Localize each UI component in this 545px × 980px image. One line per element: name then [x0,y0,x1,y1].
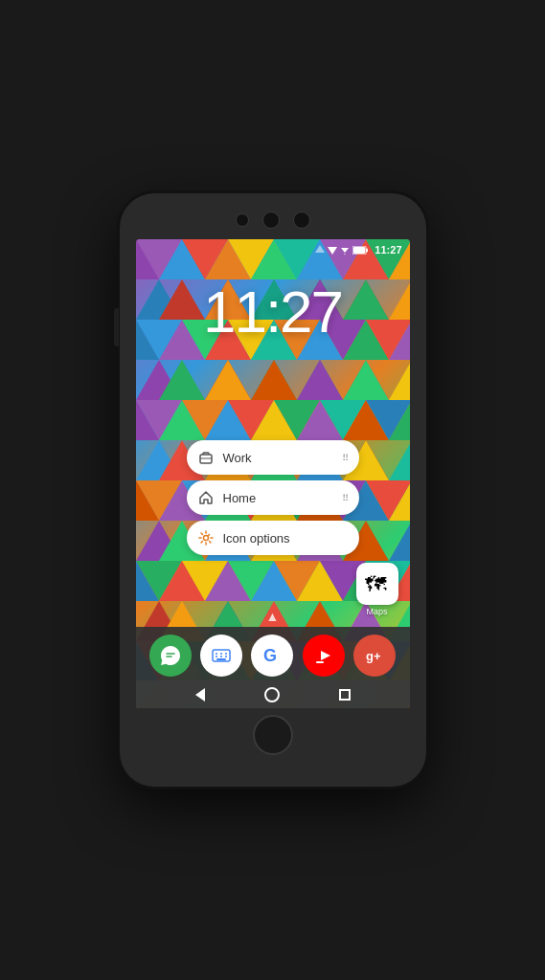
svg-marker-95 [389,521,410,561]
svg-marker-40 [205,360,251,400]
svg-marker-139 [328,247,337,255]
battery-icon [352,246,368,255]
svg-text:g+: g+ [366,649,381,663]
context-menu: Work ⠿ Home ⠿ [187,440,359,555]
recents-button[interactable] [335,685,354,704]
hangouts-icon [159,644,182,667]
svg-marker-42 [251,360,297,400]
camera-secondary [293,212,310,229]
svg-marker-46 [343,360,389,400]
hangouts-app[interactable] [149,635,192,677]
gplus-app[interactable]: g+ [353,635,396,677]
gplus-icon: g+ [361,642,388,669]
menu-item-icon-options[interactable]: Icon options [187,521,359,555]
phone-screen: 11:27 11:27 Work ⠿ [136,239,410,708]
svg-rect-143 [366,248,368,252]
svg-marker-138 [315,245,325,253]
home-dots: ⠿ [342,493,350,503]
status-time: 11:27 [375,244,401,256]
recents-icon [339,689,351,701]
back-button[interactable] [191,685,210,704]
icon-options-label: Icon options [223,531,350,546]
signal-down-icon [315,245,325,255]
keyboard-app[interactable] [200,635,242,677]
keyboard-icon [208,642,235,669]
svg-marker-47 [389,360,410,400]
settings-icon [196,528,216,547]
clock-display: 11:27 [136,278,410,345]
phone-device: 11:27 11:27 Work ⠿ [120,193,426,787]
clock-time: 11:27 [136,278,410,345]
dock: G g+ [136,627,410,708]
youtube-app[interactable] [303,635,345,677]
svg-marker-71 [389,440,410,480]
maps-svg: 🗺 [360,567,395,601]
svg-marker-140 [341,248,349,253]
dock-icons-row: G g+ [136,627,410,680]
briefcase-icon [196,448,216,467]
phone-bottom [120,708,426,762]
home-label: Home [223,491,342,505]
maps-label: Maps [366,607,387,616]
wifi-icon [340,245,350,255]
status-bar: 11:27 [136,239,410,260]
google-icon: G [257,640,287,671]
work-label: Work [223,451,342,465]
phone-top-bar [120,193,426,239]
volume-button[interactable] [114,308,119,346]
svg-rect-144 [353,247,365,254]
back-icon [195,688,205,702]
maps-app-area: 🗺 Maps [356,563,398,616]
work-dots: ⠿ [342,453,350,463]
svg-text:🗺: 🗺 [365,572,387,596]
nav-bar [136,680,410,708]
status-icons: 11:27 [315,244,401,256]
youtube-icon [310,642,337,669]
home-nav-icon [264,687,280,702]
home-button[interactable] [262,685,282,704]
menu-item-home[interactable]: Home ⠿ [187,480,359,515]
menu-item-work[interactable]: Work ⠿ [187,440,359,475]
maps-app-icon[interactable]: 🗺 [356,563,398,605]
signal-up-icon [328,245,337,255]
home-icon [196,488,216,507]
camera-main [262,212,280,229]
fingerprint-button[interactable] [253,715,293,755]
svg-marker-44 [297,360,343,400]
svg-text:G: G [263,646,277,665]
svg-marker-141 [344,254,346,255]
up-arrow: ▲ [266,609,280,624]
camera-dot-left [236,213,249,227]
google-app[interactable]: G [251,635,293,677]
